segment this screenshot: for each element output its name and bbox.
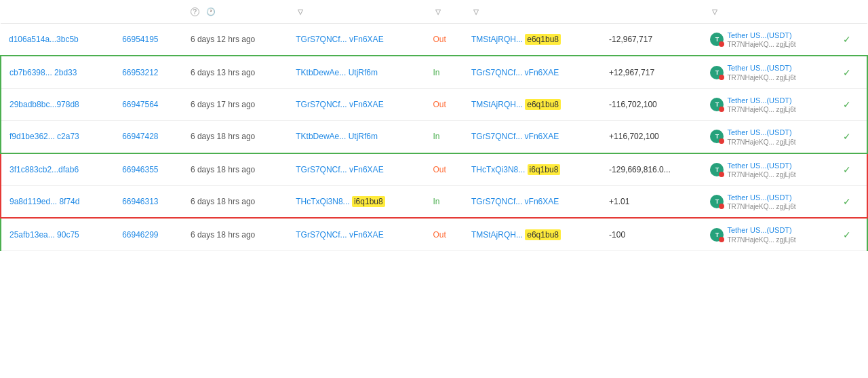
amount-cell: -129,669,816.0... <box>601 153 702 186</box>
block-number[interactable]: 66946299 <box>122 230 158 240</box>
result-check-icon: ✓ <box>843 99 851 110</box>
amount-cell: +12,967,717 <box>601 56 702 88</box>
age-value: 6 days 18 hrs ago <box>191 165 255 174</box>
from-address[interactable]: TGrS7QNCf... vFn6XAE <box>296 230 383 240</box>
result-check-icon: ✓ <box>843 131 851 142</box>
block-number[interactable]: 66947564 <box>122 100 158 109</box>
to-address[interactable]: TMStAjRQH... e6q1bu8 <box>471 34 561 45</box>
in-out-filter-icon[interactable]: ▽ <box>435 8 441 16</box>
token-name[interactable]: Tether US...(USDT) <box>727 193 795 203</box>
block-number[interactable]: 66946355 <box>122 165 158 174</box>
block-number[interactable]: 66953212 <box>122 68 158 77</box>
age-help-icon[interactable]: ? <box>191 7 199 16</box>
block-cell: 66947564 <box>114 88 182 120</box>
token-cell: T Tether US...(USDT) TR7NHajeKQ... zgjLj… <box>702 121 834 153</box>
to-cell: TGrS7QNCf... vFn6XAE <box>463 185 601 218</box>
block-number[interactable]: 66954195 <box>122 35 158 44</box>
in-out-cell: Out <box>425 153 463 186</box>
block-cell: 66954195 <box>114 24 182 56</box>
txn-hash[interactable]: f9d1be362... c2a73 <box>9 132 79 141</box>
warning-dot-icon <box>719 204 724 209</box>
amount-cell: -100 <box>601 218 702 250</box>
in-out-cell: In <box>425 121 463 153</box>
txn-hash[interactable]: 25afb13ea... 90c75 <box>9 230 79 240</box>
from-cell: TGrS7QNCf... vFn6XAE <box>288 24 425 56</box>
token-icon: T <box>710 33 724 46</box>
to-address[interactable]: TGrS7QNCf... vFn6XAE <box>471 132 559 141</box>
from-address[interactable]: THcTxQi3N8... i6q1bu8 <box>296 196 384 207</box>
txn-hash-cell: cb7b6398... 2bd33 <box>1 56 114 88</box>
txn-hash-cell: f9d1be362... c2a73 <box>1 121 114 153</box>
token-sub: TR7NHajeKQ... zgjLj6t <box>727 203 795 210</box>
table-row: 3f1c883cb2...dfab6 66946355 6 days 18 hr… <box>1 153 867 186</box>
to-highlight: i6q1bu8 <box>528 164 561 175</box>
in-out-badge: Out <box>433 35 446 44</box>
token-icon: T <box>710 98 724 111</box>
warning-dot-icon <box>719 237 724 242</box>
age-cell: 6 days 18 hrs ago <box>182 218 288 250</box>
txn-hash[interactable]: d106a514a...3bc5b <box>9 35 79 44</box>
warning-dot-icon <box>719 107 724 112</box>
from-address[interactable]: TKtbDewAe... UtjRf6m <box>296 68 378 77</box>
from-address[interactable]: TKtbDewAe... UtjRf6m <box>296 132 378 141</box>
age-value: 6 days 17 hrs ago <box>191 100 255 109</box>
amount-value: -129,669,816.0... <box>609 165 671 174</box>
in-out-badge: Out <box>433 165 446 174</box>
result-cell: ✓ <box>835 88 867 120</box>
from-address[interactable]: TGrS7QNCf... vFn6XAE <box>296 35 383 44</box>
amount-value: +1.01 <box>609 197 629 206</box>
in-out-badge: Out <box>433 230 446 240</box>
amount-value: -100 <box>609 230 625 240</box>
to-cell: TGrS7QNCf... vFn6XAE <box>463 121 601 153</box>
block-cell: 66946355 <box>114 153 182 186</box>
txn-hash-cell: 3f1c883cb2...dfab6 <box>1 153 114 186</box>
token-icon: T <box>710 163 724 176</box>
txn-hash[interactable]: 3f1c883cb2...dfab6 <box>9 165 79 174</box>
token-name[interactable]: Tether US...(USDT) <box>727 161 795 171</box>
result-check-icon: ✓ <box>843 229 851 240</box>
txn-hash[interactable]: cb7b6398... 2bd33 <box>9 68 77 77</box>
from-cell: TGrS7QNCf... vFn6XAE <box>288 218 425 250</box>
table-row: 25afb13ea... 90c75 66946299 6 days 18 hr… <box>1 218 867 250</box>
token-sub: TR7NHajeKQ... zgjLj6t <box>727 236 795 244</box>
block-number[interactable]: 66946313 <box>122 197 158 206</box>
amount-value: +12,967,717 <box>609 68 654 77</box>
token-name[interactable]: Tether US...(USDT) <box>727 225 795 235</box>
token-cell: T Tether US...(USDT) TR7NHajeKQ... zgjLj… <box>702 56 834 88</box>
from-address[interactable]: TGrS7QNCf... vFn6XAE <box>296 165 383 174</box>
token-icon: T <box>710 66 724 79</box>
result-cell: ✓ <box>835 185 867 218</box>
txn-hash[interactable]: 9a8d119ed... 8f74d <box>9 197 79 206</box>
from-cell: TKtbDewAe... UtjRf6m <box>288 56 425 88</box>
to-address[interactable]: TMStAjRQH... e6q1bu8 <box>471 99 561 110</box>
amount-cell: -116,702,100 <box>601 88 702 120</box>
token-name[interactable]: Tether US...(USDT) <box>727 31 795 41</box>
token-filter-icon[interactable]: ▽ <box>712 8 717 16</box>
token-name[interactable]: Tether US...(USDT) <box>727 63 795 73</box>
token-cell: T Tether US...(USDT) TR7NHajeKQ... zgjLj… <box>702 153 834 186</box>
token-icon: T <box>710 228 724 242</box>
age-value: 6 days 18 hrs ago <box>191 230 255 240</box>
col-in-out: ▽ <box>425 0 463 24</box>
from-filter-icon[interactable]: ▽ <box>298 8 303 16</box>
col-to: ▽ <box>463 0 601 24</box>
to-address[interactable]: TGrS7QNCf... vFn6XAE <box>471 197 559 206</box>
to-address[interactable]: TGrS7QNCf... vFn6XAE <box>471 68 559 77</box>
token-sub: TR7NHajeKQ... zgjLj6t <box>727 41 795 48</box>
block-cell: 66946313 <box>114 185 182 218</box>
to-highlight: e6q1bu8 <box>525 99 561 110</box>
table-row: cb7b6398... 2bd33 66953212 6 days 13 hrs… <box>1 56 867 88</box>
block-number[interactable]: 66947428 <box>122 132 158 141</box>
age-cell: 6 days 18 hrs ago <box>182 185 288 218</box>
from-address[interactable]: TGrS7QNCf... vFn6XAE <box>296 100 383 109</box>
to-filter-icon[interactable]: ▽ <box>473 8 479 16</box>
from-highlight: i6q1bu8 <box>352 196 385 207</box>
token-name[interactable]: Tether US...(USDT) <box>727 96 795 106</box>
token-name[interactable]: Tether US...(USDT) <box>727 128 795 138</box>
token-cell: T Tether US...(USDT) TR7NHajeKQ... zgjLj… <box>702 185 834 218</box>
table-row: 29badb8bc...978d8 66947564 6 days 17 hrs… <box>1 88 867 120</box>
to-address[interactable]: TMStAjRQH... e6q1bu8 <box>471 229 561 240</box>
result-cell: ✓ <box>835 121 867 153</box>
txn-hash[interactable]: 29badb8bc...978d8 <box>9 100 79 109</box>
to-address[interactable]: THcTxQi3N8... i6q1bu8 <box>471 164 560 175</box>
